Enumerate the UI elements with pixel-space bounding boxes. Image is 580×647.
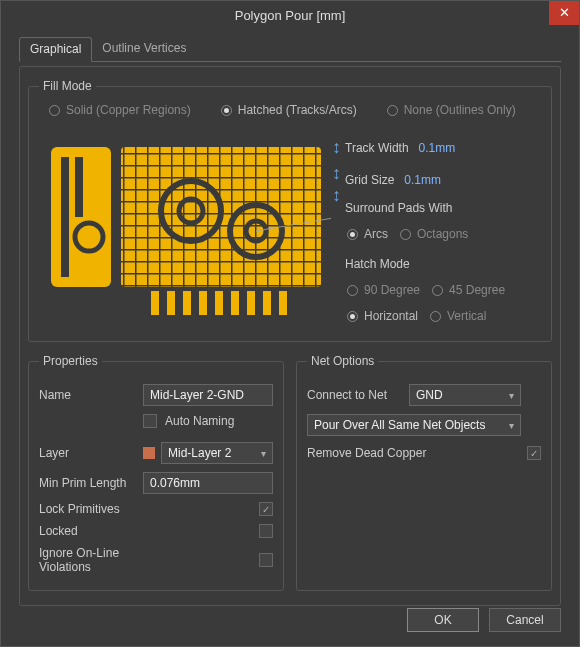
fill-mode-hatched-label: Hatched (Tracks/Arcs) <box>238 103 357 117</box>
name-label: Name <box>39 388 135 402</box>
remove-dead-copper-checkbox[interactable] <box>527 446 541 460</box>
layer-label: Layer <box>39 446 135 460</box>
min-prim-length-input[interactable] <box>143 472 273 494</box>
close-icon: ✕ <box>559 0 570 28</box>
hatch-vertical-label: Vertical <box>447 309 486 323</box>
hatch-mode-label: Hatch Mode <box>345 257 541 271</box>
svg-rect-13 <box>167 291 175 315</box>
properties-legend: Properties <box>39 354 102 368</box>
surround-octagons-label: Octagons <box>417 227 468 241</box>
tab-graphical[interactable]: Graphical <box>19 37 92 62</box>
dialog-window: Polygon Pour [mm] ✕ Graphical Outline Ve… <box>0 0 580 647</box>
hatch-90[interactable]: 90 Degree <box>347 283 420 297</box>
radio-icon <box>49 105 60 116</box>
surround-pads-label: Surround Pads With <box>345 201 541 215</box>
surround-octagons[interactable]: Octagons <box>400 227 468 241</box>
properties-group: Properties Name Auto Naming Layer Mid-La… <box>28 354 284 591</box>
ignore-violations-label: Ignore On-Line Violations <box>39 546 135 574</box>
tab-bar: Graphical Outline Vertices <box>19 37 561 62</box>
svg-rect-15 <box>199 291 207 315</box>
layer-color-swatch <box>143 447 155 459</box>
radio-icon <box>400 229 411 240</box>
svg-rect-18 <box>247 291 255 315</box>
fill-mode-none[interactable]: None (Outlines Only) <box>387 103 516 117</box>
radio-icon <box>347 311 358 322</box>
grid-size-value[interactable]: 0.1mm <box>404 173 441 187</box>
min-prim-length-label: Min Prim Length <box>39 476 135 490</box>
radio-icon <box>430 311 441 322</box>
svg-rect-12 <box>151 291 159 315</box>
window-title: Polygon Pour [mm] <box>235 8 346 23</box>
locked-label: Locked <box>39 524 135 538</box>
hatch-vertical[interactable]: Vertical <box>430 309 486 323</box>
name-input[interactable] <box>143 384 273 406</box>
auto-naming-checkbox[interactable] <box>143 414 157 428</box>
auto-naming-label: Auto Naming <box>165 414 234 428</box>
grid-size-label: Grid Size <box>345 173 394 187</box>
fill-mode-solid[interactable]: Solid (Copper Regions) <box>49 103 191 117</box>
fill-mode-none-label: None (Outlines Only) <box>404 103 516 117</box>
track-width-value[interactable]: 0.1mm <box>419 141 456 155</box>
tab-outline-vertices[interactable]: Outline Vertices <box>92 37 196 61</box>
connect-to-net-value: GND <box>416 388 443 402</box>
connect-to-net-label: Connect to Net <box>307 388 401 402</box>
radio-icon <box>347 229 358 240</box>
close-button[interactable]: ✕ <box>549 1 579 25</box>
svg-rect-4 <box>61 157 69 277</box>
svg-rect-20 <box>279 291 287 315</box>
pour-over-select[interactable]: Pour Over All Same Net Objects <box>307 414 521 436</box>
radio-icon <box>387 105 398 116</box>
hatch-horizontal-label: Horizontal <box>364 309 418 323</box>
layer-select-value: Mid-Layer 2 <box>168 446 231 460</box>
fill-mode-group: Fill Mode Solid (Copper Regions) Hatched… <box>28 79 552 342</box>
ignore-violations-checkbox[interactable] <box>259 553 273 567</box>
radio-icon <box>347 285 358 296</box>
titlebar: Polygon Pour [mm] ✕ <box>1 1 579 31</box>
svg-rect-19 <box>263 291 271 315</box>
lock-primitives-label: Lock Primitives <box>39 502 135 516</box>
fill-mode-hatched[interactable]: Hatched (Tracks/Arcs) <box>221 103 357 117</box>
dimension-marker-icon: ↕ <box>332 185 341 206</box>
net-options-group: Net Options Connect to Net GND Pour Over… <box>296 354 552 591</box>
cancel-button[interactable]: Cancel <box>489 608 561 632</box>
track-width-label: Track Width <box>345 141 409 155</box>
radio-icon <box>221 105 232 116</box>
fill-mode-solid-label: Solid (Copper Regions) <box>66 103 191 117</box>
pour-preview-image: ↕ ↕ ↕ <box>51 141 331 321</box>
fill-mode-legend: Fill Mode <box>39 79 96 93</box>
ok-button[interactable]: OK <box>407 608 479 632</box>
layer-select[interactable]: Mid-Layer 2 <box>161 442 273 464</box>
lock-primitives-checkbox[interactable] <box>259 502 273 516</box>
net-options-legend: Net Options <box>307 354 378 368</box>
hatch-90-label: 90 Degree <box>364 283 420 297</box>
pour-over-value: Pour Over All Same Net Objects <box>314 418 485 432</box>
svg-rect-16 <box>215 291 223 315</box>
svg-rect-17 <box>231 291 239 315</box>
dimension-marker-icon: ↕ <box>332 163 341 184</box>
remove-dead-copper-label: Remove Dead Copper <box>307 446 426 460</box>
locked-checkbox[interactable] <box>259 524 273 538</box>
dimension-marker-icon: ↕ <box>332 137 341 158</box>
svg-rect-14 <box>183 291 191 315</box>
hatch-45[interactable]: 45 Degree <box>432 283 505 297</box>
hatch-horizontal[interactable]: Horizontal <box>347 309 418 323</box>
radio-icon <box>432 285 443 296</box>
surround-arcs-label: Arcs <box>364 227 388 241</box>
svg-rect-5 <box>75 157 83 217</box>
surround-arcs[interactable]: Arcs <box>347 227 388 241</box>
tab-panel-graphical: Fill Mode Solid (Copper Regions) Hatched… <box>19 66 561 606</box>
hatch-45-label: 45 Degree <box>449 283 505 297</box>
connect-to-net-select[interactable]: GND <box>409 384 521 406</box>
